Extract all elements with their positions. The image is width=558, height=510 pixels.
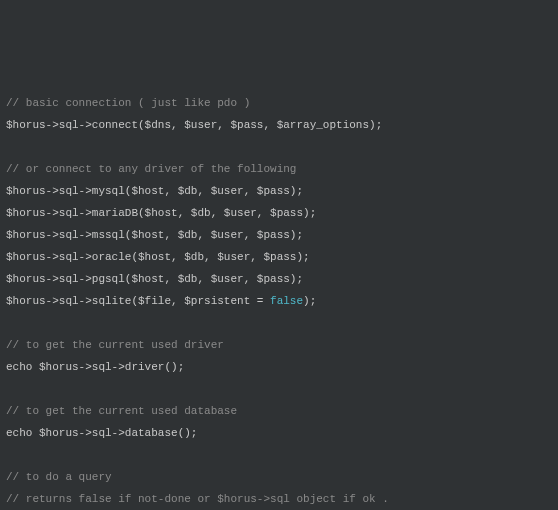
code-line: echo $horus->sql->driver();: [6, 361, 184, 373]
code-line: $horus->sql->mariaDB($host, $db, $user, …: [6, 207, 316, 219]
code-line: $horus->sql->pgsql($host, $db, $user, $p…: [6, 273, 303, 285]
code-line: $horus->sql->connect($dns, $user, $pass,…: [6, 119, 382, 131]
code-block: // basic connection ( just like pdo ) $h…: [6, 92, 552, 510]
comment-line: // to get the current used database: [6, 405, 237, 417]
keyword-false: false: [270, 295, 303, 307]
comment-line: // returns false if not-done or $horus->…: [6, 493, 389, 505]
code-line: echo $horus->sql->database();: [6, 427, 197, 439]
code-line: $horus->sql->sqlite($file, $prsistent = …: [6, 295, 316, 307]
comment-line: // to do a query: [6, 471, 112, 483]
comment-line: // basic connection ( just like pdo ): [6, 97, 250, 109]
code-line: $horus->sql->mysql($host, $db, $user, $p…: [6, 185, 303, 197]
code-line: $horus->sql->mssql($host, $db, $user, $p…: [6, 229, 303, 241]
comment-line: // or connect to any driver of the follo…: [6, 163, 296, 175]
comment-line: // to get the current used driver: [6, 339, 224, 351]
code-line: $horus->sql->oracle($host, $db, $user, $…: [6, 251, 310, 263]
